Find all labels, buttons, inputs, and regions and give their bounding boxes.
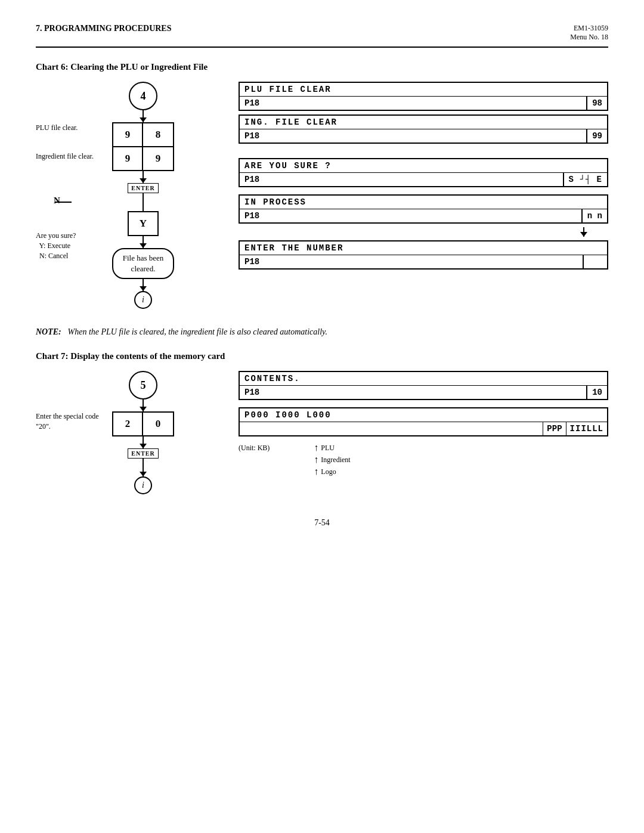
flow-box-8: 8 [143,122,174,147]
iiilll-cell: IIILLL [566,422,607,435]
display-ing-file-clear: ING. FILE CLEAR P18 99 [239,114,608,144]
special-code-label: Enter the special code"20". [36,411,99,432]
chart6-title: Chart 6: Clearing the PLU or Ingredient … [36,62,608,72]
doc-number: EM1-31059 [570,24,608,33]
ingredient-legend: ↑ Ingredient [314,454,350,465]
flow-start-circle-4: 4 [129,82,157,110]
plu-legend: ↑ PLU [314,442,350,453]
flow-box-0: 0 [143,411,174,436]
flow-box-9-1: 9 [112,122,143,147]
unit-kb-label: (Unit: KB) [239,444,270,453]
enter-box: ENTER [128,183,158,193]
flow-y-box: Y [128,211,159,236]
ppp-cell: PPP [543,422,566,435]
display-in-process: IN PROCESS P18 n n [239,194,608,224]
cleared-box: File has beencleared. [112,248,175,279]
page-number: 7-54 [36,518,608,528]
flow-box-9-2: 9 [112,146,143,171]
enter-box-2: ENTER [128,448,158,459]
note: NOTE: When the PLU file is cleared, the … [36,327,608,337]
section-title: 7. PROGRAMMING PROCEDURES [36,24,172,36]
flow-end-circle-2: i [134,476,152,494]
ing-file-clear-label: Ingredient file clear. [36,152,94,161]
display-p000-i000-l000: P000 I000 L000 PPP IIILLL [239,407,608,436]
n-label: N [54,196,60,206]
display-are-you-sure: ARE YOU SURE ? P18 S ┘┤ E [239,158,608,187]
menu-number: Menu No. 18 [570,33,608,42]
flow-end-circle: i [134,291,152,309]
display-contents: CONTENTS. P18 10 [239,371,608,400]
plu-file-clear-label: PLU file clear. [36,123,78,132]
logo-legend: ↑ Logo [314,466,350,477]
flow-box-2: 2 [112,411,143,436]
chart7-title: Chart 7: Display the contents of the mem… [36,351,608,361]
are-you-sure-label: Are you sure? Y: Execute N: Cancel [36,231,76,261]
flow-start-circle-5: 5 [129,371,157,400]
display-plu-file-clear: PLU FILE CLEAR P18 98 [239,82,608,111]
flow-box-9-3: 9 [143,146,174,171]
display-enter-the-number: ENTER THE NUMBER P18 [239,240,608,270]
